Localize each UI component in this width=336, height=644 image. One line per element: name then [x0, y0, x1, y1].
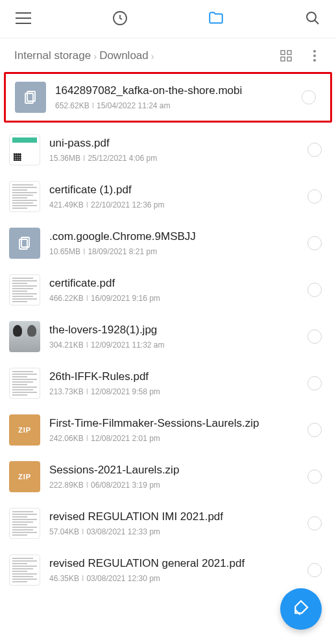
- chevron-right-icon: ›: [151, 51, 154, 62]
- pdf-thumbnail: [9, 508, 40, 539]
- chevron-right-icon: ›: [93, 51, 97, 62]
- file-date: 18/09/2021 8:21 pm: [88, 247, 157, 256]
- more-icon[interactable]: [307, 49, 322, 63]
- image-thumbnail: [9, 321, 40, 352]
- file-size: 15.36MB: [49, 154, 80, 163]
- file-date: 06/08/2021 3:19 pm: [91, 481, 160, 490]
- file-name: 1642897082_kafka-on-the-shore.mobi: [55, 84, 293, 97]
- select-checkbox[interactable]: [302, 90, 316, 104]
- breadcrumb-row: Internal storage › Download ›: [0, 38, 336, 72]
- zip-icon: ZIP: [9, 461, 40, 492]
- breadcrumb-root[interactable]: Internal storage: [14, 49, 91, 62]
- file-name: .com.google.Chrome.9MSBJJ: [49, 230, 298, 243]
- select-checkbox[interactable]: [307, 470, 322, 484]
- file-item[interactable]: ZIPFirst-Time-Filmmaker-Sessions-Laurels…: [0, 407, 336, 453]
- svg-rect-8: [281, 57, 285, 61]
- file-text: 26th-IFFK-Rules.pdf213.73KBI12/08/2021 9…: [49, 370, 298, 396]
- pdf-thumbnail: [9, 555, 40, 586]
- folder-icon[interactable]: [207, 9, 225, 27]
- file-item[interactable]: the-lovers-1928(1).jpg304.21KBI12/09/202…: [0, 313, 336, 360]
- file-icon: [15, 82, 46, 113]
- file-meta: 10.65MBI18/09/2021 8:21 pm: [49, 247, 298, 256]
- file-date: 03/08/2021 12:33 pm: [86, 527, 160, 536]
- zip-icon: ZIP: [9, 414, 40, 446]
- pdf-thumbnail: [9, 368, 40, 399]
- top-bar: [0, 0, 336, 38]
- file-item[interactable]: certificate.pdf466.22KBI16/09/2021 9:16 …: [0, 267, 336, 313]
- select-checkbox[interactable]: [307, 376, 322, 390]
- file-text: First-Time-Filmmaker-Sessions-Laurels.zi…: [49, 417, 298, 443]
- svg-point-12: [313, 59, 316, 62]
- file-size: 466.22KB: [49, 294, 84, 303]
- file-item[interactable]: revised REGULATION IMI 2021.pdf57.04KBI0…: [0, 500, 336, 547]
- file-meta: 304.21KBI12/09/2021 11:32 am: [49, 340, 298, 350]
- file-item[interactable]: revised REGULATION general 2021.pdf46.35…: [0, 547, 336, 593]
- file-item[interactable]: ZIPSessions-2021-Laurels.zip222.89KBI06/…: [0, 453, 336, 500]
- file-name: Sessions-2021-Laurels.zip: [49, 464, 298, 477]
- search-icon[interactable]: [304, 9, 322, 27]
- file-list: 1642897082_kafka-on-the-shore.mobi652.62…: [0, 72, 336, 593]
- select-checkbox[interactable]: [307, 283, 322, 297]
- select-checkbox[interactable]: [307, 329, 322, 344]
- file-size: 652.62KB: [55, 101, 90, 110]
- file-meta: 222.89KBI06/08/2021 3:19 pm: [49, 481, 298, 490]
- file-text: certificate (1).pdf421.49KBI22/10/2021 1…: [49, 184, 298, 209]
- select-checkbox[interactable]: [307, 189, 322, 204]
- file-name: the-lovers-1928(1).jpg: [49, 324, 298, 337]
- file-icon: [9, 228, 40, 259]
- file-name: First-Time-Filmmaker-Sessions-Laurels.zi…: [49, 417, 298, 430]
- file-date: 15/04/2022 11:24 am: [97, 101, 170, 110]
- pdf-thumbnail: [9, 274, 40, 305]
- file-size: 10.65MB: [49, 247, 80, 256]
- file-meta: 466.22KBI16/09/2021 9:16 pm: [49, 294, 298, 303]
- clean-fab[interactable]: [280, 588, 322, 630]
- file-name: 26th-IFFK-Rules.pdf: [49, 370, 298, 383]
- svg-point-10: [313, 50, 316, 53]
- file-text: revised REGULATION general 2021.pdf46.35…: [49, 557, 298, 583]
- file-text: .com.google.Chrome.9MSBJJ10.65MBI18/09/2…: [49, 230, 298, 256]
- file-date: 12/08/2021 2:01 pm: [91, 434, 160, 443]
- select-checkbox[interactable]: [307, 143, 322, 157]
- file-item[interactable]: 26th-IFFK-Rules.pdf213.73KBI12/08/2021 9…: [0, 360, 336, 407]
- menu-icon[interactable]: [14, 9, 32, 27]
- file-meta: 57.04KBI03/08/2021 12:33 pm: [49, 527, 298, 536]
- select-checkbox[interactable]: [307, 563, 322, 577]
- file-item[interactable]: .com.google.Chrome.9MSBJJ10.65MBI18/09/2…: [0, 220, 336, 267]
- file-size: 46.35KB: [49, 574, 79, 583]
- file-size: 242.06KB: [49, 434, 84, 443]
- file-meta: 242.06KBI12/08/2021 2:01 pm: [49, 434, 298, 443]
- file-size: 213.73KB: [49, 387, 84, 396]
- file-text: certificate.pdf466.22KBI16/09/2021 9:16 …: [49, 277, 298, 303]
- svg-point-4: [307, 12, 316, 21]
- breadcrumb[interactable]: Internal storage › Download ›: [14, 49, 154, 62]
- file-text: revised REGULATION IMI 2021.pdf57.04KBI0…: [49, 510, 298, 536]
- file-name: certificate.pdf: [49, 277, 298, 290]
- file-name: revised REGULATION IMI 2021.pdf: [49, 510, 298, 523]
- recent-icon[interactable]: [111, 9, 129, 27]
- select-checkbox[interactable]: [307, 236, 322, 250]
- file-date: 03/08/2021 12:30 pm: [86, 574, 160, 583]
- breadcrumb-current[interactable]: Download: [99, 49, 149, 62]
- file-date: 16/09/2021 9:16 pm: [91, 294, 160, 303]
- file-item[interactable]: certificate (1).pdf421.49KBI22/10/2021 1…: [0, 173, 336, 220]
- select-checkbox[interactable]: [307, 516, 322, 531]
- svg-rect-7: [287, 51, 291, 54]
- file-date: 22/10/2021 12:36 pm: [91, 200, 164, 209]
- file-text: Sessions-2021-Laurels.zip222.89KBI06/08/…: [49, 464, 298, 490]
- svg-rect-9: [287, 57, 291, 61]
- grid-view-icon[interactable]: [279, 49, 293, 63]
- file-date: 12/08/2021 9:58 pm: [91, 387, 160, 396]
- file-item[interactable]: 1642897082_kafka-on-the-shore.mobi652.62…: [6, 74, 330, 121]
- file-text: uni-pass.pdf15.36MBI25/12/2021 4:06 pm: [49, 137, 298, 163]
- file-meta: 652.62KBI15/04/2022 11:24 am: [55, 101, 293, 110]
- file-meta: 46.35KBI03/08/2021 12:30 pm: [49, 574, 298, 583]
- pdf-thumbnail: [9, 134, 40, 165]
- file-name: certificate (1).pdf: [49, 184, 298, 197]
- file-item[interactable]: uni-pass.pdf15.36MBI25/12/2021 4:06 pm: [0, 126, 336, 173]
- file-meta: 213.73KBI12/08/2021 9:58 pm: [49, 387, 298, 396]
- file-date: 25/12/2021 4:06 pm: [88, 154, 157, 163]
- file-size: 304.21KB: [49, 340, 84, 350]
- svg-rect-6: [281, 51, 285, 54]
- select-checkbox[interactable]: [307, 423, 322, 437]
- file-date: 12/09/2021 11:32 am: [91, 340, 164, 350]
